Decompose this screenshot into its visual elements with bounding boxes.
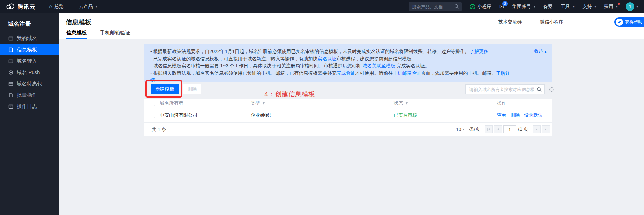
top-navbar: 腾讯云 ⌂ 总览 云产品 ▾ 小程序 bbox=[0, 0, 644, 13]
browser-window-icon bbox=[8, 36, 13, 41]
realname-auth-link[interactable]: 实名认证 bbox=[318, 56, 337, 61]
main-area: 信息模板 信息模板 手机邮箱验证 技术交流群 微信小程序 获得帮助 - 根据最新… bbox=[59, 13, 644, 215]
sidebar-item-label: 我的域名 bbox=[17, 35, 37, 42]
prev-page-button[interactable] bbox=[494, 125, 502, 133]
page-number-input[interactable] bbox=[503, 125, 516, 133]
type-cell: 企业/组织 bbox=[251, 108, 271, 122]
pagination-bar: 共 1 条 10 ▾ 条/页 /1 页 bbox=[144, 123, 552, 136]
phone-email-verify-link[interactable]: 手机邮箱验证 bbox=[393, 70, 421, 76]
sidebar-item-transfer-in[interactable]: 域名转入 bbox=[0, 55, 59, 67]
page-size-select[interactable]: 10 ▾ bbox=[456, 125, 464, 133]
table-row: 中安山河有限公司 企业/组织 已实名审核 查看 删除 设为默认 bbox=[144, 108, 552, 123]
search-icon[interactable] bbox=[537, 87, 542, 94]
link-domain-to-template-link[interactable]: 域名关联至模板 bbox=[362, 63, 395, 68]
create-template-button[interactable]: 新建模板 bbox=[151, 84, 179, 94]
wechat-mini-link[interactable]: 微信小程序 bbox=[540, 19, 563, 25]
notice-text: - 域名信息模板实名审核一般需要 1~3 个工作日，具体取决于相关注册局审核时间… bbox=[150, 63, 362, 68]
nav-billing[interactable]: 费用 ▾ bbox=[604, 4, 618, 10]
nav-group-account[interactable]: 集团账号 ▾ bbox=[512, 4, 535, 10]
sidebar-item-domain-push[interactable]: 域名 Push bbox=[0, 67, 59, 78]
next-page-button[interactable] bbox=[533, 125, 541, 133]
col-status-label: 状态 bbox=[394, 100, 403, 106]
notification-dot bbox=[618, 3, 620, 5]
document-icon bbox=[8, 47, 13, 52]
refresh-icon[interactable] bbox=[547, 85, 555, 93]
help-icon bbox=[616, 19, 623, 26]
cloud-logo-icon bbox=[6, 3, 15, 10]
tab-bar: 信息模板 手机邮箱验证 bbox=[66, 27, 143, 39]
tencent-cloud-logo[interactable]: 腾讯云 bbox=[6, 3, 36, 11]
first-page-button[interactable] bbox=[485, 125, 493, 133]
sidebar: 域名注册 我的域名 信息模板 域名转入 bbox=[0, 13, 59, 215]
nav-search-box bbox=[409, 2, 462, 11]
nav-search-input[interactable] bbox=[409, 2, 462, 11]
nav-cloud-products[interactable]: 云产品 ▾ bbox=[79, 4, 97, 10]
col-action: 操作 bbox=[497, 99, 506, 108]
notice-text: - 已完成实名认证的域名信息模板，可直接用于域名新注、转入等操作，有助加快 bbox=[150, 56, 318, 61]
tab-info-template[interactable]: 信息模板 bbox=[66, 27, 87, 39]
filter-icon[interactable] bbox=[262, 102, 265, 105]
sidebar-item-my-domains[interactable]: 我的域名 bbox=[0, 32, 59, 44]
nav-group-account-label: 集团账号 bbox=[512, 4, 531, 10]
owner-cell: 中安山河有限公司 bbox=[160, 108, 197, 122]
select-all-checkbox[interactable] bbox=[150, 101, 155, 106]
get-help-button[interactable]: 获得帮助 bbox=[614, 17, 644, 27]
notice-line: - 根据相关政策法规，域名实名信息必须使用已验证的手机、邮箱，已有信息模板需要补… bbox=[150, 70, 512, 84]
chevron-down-icon: ▾ bbox=[594, 5, 596, 8]
delete-button[interactable]: 删除 bbox=[183, 84, 201, 94]
last-page-button[interactable] bbox=[542, 125, 550, 133]
nav-icp[interactable]: 备案 bbox=[543, 4, 553, 10]
nav-cloud-products-label: 云产品 bbox=[79, 4, 93, 10]
sidebar-item-op-logs[interactable]: 操作日志 bbox=[0, 101, 59, 112]
delete-link[interactable]: 删除 bbox=[510, 112, 520, 118]
sidebar-item-bargain-pack[interactable]: 域名特惠包 bbox=[0, 78, 59, 89]
sidebar-item-info-template[interactable]: 信息模板 bbox=[0, 44, 59, 55]
tech-group-link[interactable]: 技术交流群 bbox=[498, 19, 522, 25]
chevron-down-icon: ▾ bbox=[573, 5, 575, 8]
view-link[interactable]: 查看 bbox=[497, 112, 506, 118]
page-size-value: 10 bbox=[456, 127, 461, 132]
total-count: 共 1 条 bbox=[152, 127, 166, 133]
status-badge: 已实名审核 bbox=[394, 108, 417, 122]
nav-overview[interactable]: ⌂ 总览 bbox=[49, 4, 64, 10]
chevron-down-icon: ▾ bbox=[463, 128, 465, 131]
notice-banner: - 根据最新政策法规要求，自2022年1月1日起，域名注册前必须使用已实名审核的… bbox=[144, 44, 552, 82]
notice-text: 完成实名认证。 bbox=[395, 63, 430, 68]
sidebar-item-label: 域名转入 bbox=[17, 58, 37, 64]
row-checkbox[interactable] bbox=[150, 113, 155, 118]
table-header: 域名所有者 类型 状态 操作 bbox=[144, 99, 552, 108]
sidebar-title: 域名注册 bbox=[0, 13, 59, 32]
nav-tools[interactable]: 工具 ▾ bbox=[561, 4, 575, 10]
nav-miniprogram[interactable]: 小程序 bbox=[470, 4, 491, 10]
col-type-label: 类型 bbox=[251, 100, 260, 106]
learn-more-link[interactable]: 了解更多 bbox=[469, 49, 488, 54]
owner-search-box bbox=[465, 84, 545, 94]
nav-account[interactable]: 1 ▾ bbox=[626, 2, 638, 11]
sidebar-item-batch-ops[interactable]: 批量操作 bbox=[0, 89, 59, 101]
template-table: 域名所有者 类型 状态 操作 中安山河有限公司 企业/组织 已实名审核 bbox=[144, 99, 552, 136]
tab-phone-email-verify[interactable]: 手机邮箱验证 bbox=[99, 27, 131, 39]
search-icon[interactable] bbox=[454, 4, 459, 10]
notice-text: - 根据最新政策法规要求，自2022年1月1日起，域名注册前必须使用已实名审核的… bbox=[150, 49, 469, 54]
nav-messages[interactable]: ✉ 3 bbox=[499, 4, 504, 10]
col-type: 类型 bbox=[251, 99, 265, 108]
nav-support[interactable]: 支持 ▾ bbox=[582, 4, 596, 10]
circle-minus-icon bbox=[8, 70, 13, 75]
page-header: 信息模板 信息模板 手机邮箱验证 技术交流群 微信小程序 获得帮助 bbox=[59, 13, 644, 39]
home-icon: ⌂ bbox=[49, 4, 52, 9]
logo-text: 腾讯云 bbox=[17, 3, 36, 11]
set-default-link[interactable]: 设为默认 bbox=[524, 112, 543, 118]
owner-search-input[interactable] bbox=[466, 85, 544, 94]
sidebar-item-label: 域名特惠包 bbox=[17, 81, 42, 87]
nav-divider bbox=[71, 4, 71, 9]
annotation-step-label: 4：创建信息模板 bbox=[264, 90, 315, 99]
filter-icon[interactable] bbox=[405, 102, 408, 105]
total-pages-label: /1 页 bbox=[518, 125, 528, 133]
message-count-badge: 3 bbox=[502, 1, 508, 6]
page-title: 信息模板 bbox=[66, 18, 91, 27]
transfer-in-icon bbox=[8, 59, 13, 64]
complete-verify-link[interactable]: 完成验证 bbox=[337, 70, 355, 76]
collapse-link[interactable]: 收起 ▲ bbox=[534, 48, 547, 56]
layers-icon bbox=[8, 93, 13, 98]
miniprogram-icon bbox=[470, 4, 475, 9]
